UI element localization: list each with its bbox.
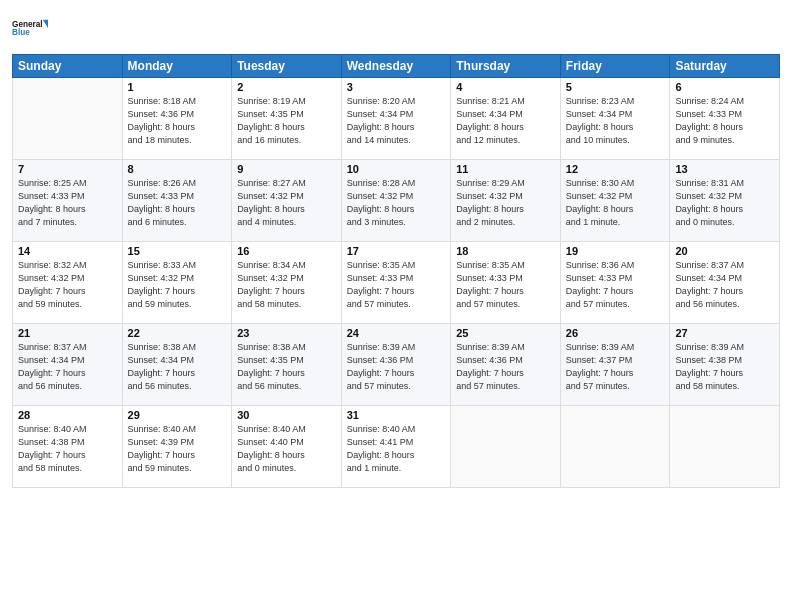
weekday-header-monday: Monday xyxy=(122,55,232,78)
day-info: Sunrise: 8:32 AM Sunset: 4:32 PM Dayligh… xyxy=(18,259,117,311)
day-info: Sunrise: 8:33 AM Sunset: 4:32 PM Dayligh… xyxy=(128,259,227,311)
day-cell: 20Sunrise: 8:37 AM Sunset: 4:34 PM Dayli… xyxy=(670,242,780,324)
day-cell: 16Sunrise: 8:34 AM Sunset: 4:32 PM Dayli… xyxy=(232,242,342,324)
day-info: Sunrise: 8:27 AM Sunset: 4:32 PM Dayligh… xyxy=(237,177,336,229)
day-info: Sunrise: 8:35 AM Sunset: 4:33 PM Dayligh… xyxy=(347,259,446,311)
day-number: 24 xyxy=(347,327,446,339)
day-number: 25 xyxy=(456,327,555,339)
day-cell: 18Sunrise: 8:35 AM Sunset: 4:33 PM Dayli… xyxy=(451,242,561,324)
day-number: 5 xyxy=(566,81,665,93)
day-number: 12 xyxy=(566,163,665,175)
day-cell: 12Sunrise: 8:30 AM Sunset: 4:32 PM Dayli… xyxy=(560,160,670,242)
day-cell: 2Sunrise: 8:19 AM Sunset: 4:35 PM Daylig… xyxy=(232,78,342,160)
weekday-header-wednesday: Wednesday xyxy=(341,55,451,78)
day-number: 9 xyxy=(237,163,336,175)
day-number: 2 xyxy=(237,81,336,93)
week-row-4: 21Sunrise: 8:37 AM Sunset: 4:34 PM Dayli… xyxy=(13,324,780,406)
day-info: Sunrise: 8:40 AM Sunset: 4:41 PM Dayligh… xyxy=(347,423,446,475)
day-info: Sunrise: 8:20 AM Sunset: 4:34 PM Dayligh… xyxy=(347,95,446,147)
day-info: Sunrise: 8:39 AM Sunset: 4:38 PM Dayligh… xyxy=(675,341,774,393)
day-number: 7 xyxy=(18,163,117,175)
day-cell: 26Sunrise: 8:39 AM Sunset: 4:37 PM Dayli… xyxy=(560,324,670,406)
day-info: Sunrise: 8:38 AM Sunset: 4:34 PM Dayligh… xyxy=(128,341,227,393)
day-info: Sunrise: 8:25 AM Sunset: 4:33 PM Dayligh… xyxy=(18,177,117,229)
day-cell: 9Sunrise: 8:27 AM Sunset: 4:32 PM Daylig… xyxy=(232,160,342,242)
day-cell: 6Sunrise: 8:24 AM Sunset: 4:33 PM Daylig… xyxy=(670,78,780,160)
week-row-5: 28Sunrise: 8:40 AM Sunset: 4:38 PM Dayli… xyxy=(13,406,780,488)
day-number: 20 xyxy=(675,245,774,257)
day-cell: 14Sunrise: 8:32 AM Sunset: 4:32 PM Dayli… xyxy=(13,242,123,324)
day-number: 27 xyxy=(675,327,774,339)
svg-marker-2 xyxy=(43,20,48,28)
day-info: Sunrise: 8:23 AM Sunset: 4:34 PM Dayligh… xyxy=(566,95,665,147)
day-cell xyxy=(451,406,561,488)
day-number: 11 xyxy=(456,163,555,175)
day-info: Sunrise: 8:36 AM Sunset: 4:33 PM Dayligh… xyxy=(566,259,665,311)
day-number: 19 xyxy=(566,245,665,257)
day-info: Sunrise: 8:28 AM Sunset: 4:32 PM Dayligh… xyxy=(347,177,446,229)
logo: General Blue xyxy=(12,10,48,46)
day-info: Sunrise: 8:37 AM Sunset: 4:34 PM Dayligh… xyxy=(18,341,117,393)
logo-svg: General Blue xyxy=(12,10,48,46)
day-number: 29 xyxy=(128,409,227,421)
weekday-header-friday: Friday xyxy=(560,55,670,78)
day-info: Sunrise: 8:39 AM Sunset: 4:37 PM Dayligh… xyxy=(566,341,665,393)
svg-text:Blue: Blue xyxy=(12,28,30,37)
day-cell: 25Sunrise: 8:39 AM Sunset: 4:36 PM Dayli… xyxy=(451,324,561,406)
day-info: Sunrise: 8:18 AM Sunset: 4:36 PM Dayligh… xyxy=(128,95,227,147)
day-number: 30 xyxy=(237,409,336,421)
day-info: Sunrise: 8:30 AM Sunset: 4:32 PM Dayligh… xyxy=(566,177,665,229)
day-cell: 28Sunrise: 8:40 AM Sunset: 4:38 PM Dayli… xyxy=(13,406,123,488)
day-cell: 22Sunrise: 8:38 AM Sunset: 4:34 PM Dayli… xyxy=(122,324,232,406)
day-cell: 7Sunrise: 8:25 AM Sunset: 4:33 PM Daylig… xyxy=(13,160,123,242)
day-number: 28 xyxy=(18,409,117,421)
day-info: Sunrise: 8:38 AM Sunset: 4:35 PM Dayligh… xyxy=(237,341,336,393)
calendar-table: SundayMondayTuesdayWednesdayThursdayFrid… xyxy=(12,54,780,488)
day-info: Sunrise: 8:40 AM Sunset: 4:40 PM Dayligh… xyxy=(237,423,336,475)
week-row-1: 1Sunrise: 8:18 AM Sunset: 4:36 PM Daylig… xyxy=(13,78,780,160)
week-row-2: 7Sunrise: 8:25 AM Sunset: 4:33 PM Daylig… xyxy=(13,160,780,242)
day-number: 22 xyxy=(128,327,227,339)
day-cell: 21Sunrise: 8:37 AM Sunset: 4:34 PM Dayli… xyxy=(13,324,123,406)
day-cell: 17Sunrise: 8:35 AM Sunset: 4:33 PM Dayli… xyxy=(341,242,451,324)
day-cell: 11Sunrise: 8:29 AM Sunset: 4:32 PM Dayli… xyxy=(451,160,561,242)
day-info: Sunrise: 8:29 AM Sunset: 4:32 PM Dayligh… xyxy=(456,177,555,229)
day-number: 8 xyxy=(128,163,227,175)
day-number: 18 xyxy=(456,245,555,257)
day-info: Sunrise: 8:19 AM Sunset: 4:35 PM Dayligh… xyxy=(237,95,336,147)
day-cell: 10Sunrise: 8:28 AM Sunset: 4:32 PM Dayli… xyxy=(341,160,451,242)
day-cell: 1Sunrise: 8:18 AM Sunset: 4:36 PM Daylig… xyxy=(122,78,232,160)
day-info: Sunrise: 8:40 AM Sunset: 4:39 PM Dayligh… xyxy=(128,423,227,475)
weekday-header-thursday: Thursday xyxy=(451,55,561,78)
day-cell: 31Sunrise: 8:40 AM Sunset: 4:41 PM Dayli… xyxy=(341,406,451,488)
week-row-3: 14Sunrise: 8:32 AM Sunset: 4:32 PM Dayli… xyxy=(13,242,780,324)
day-number: 15 xyxy=(128,245,227,257)
day-info: Sunrise: 8:39 AM Sunset: 4:36 PM Dayligh… xyxy=(456,341,555,393)
day-number: 14 xyxy=(18,245,117,257)
day-number: 21 xyxy=(18,327,117,339)
svg-text:General: General xyxy=(12,20,43,29)
day-number: 31 xyxy=(347,409,446,421)
day-info: Sunrise: 8:35 AM Sunset: 4:33 PM Dayligh… xyxy=(456,259,555,311)
day-number: 1 xyxy=(128,81,227,93)
calendar-page: General Blue SundayMondayTuesdayWednesda… xyxy=(0,0,792,612)
day-number: 13 xyxy=(675,163,774,175)
day-cell xyxy=(13,78,123,160)
day-info: Sunrise: 8:24 AM Sunset: 4:33 PM Dayligh… xyxy=(675,95,774,147)
day-number: 26 xyxy=(566,327,665,339)
day-cell: 8Sunrise: 8:26 AM Sunset: 4:33 PM Daylig… xyxy=(122,160,232,242)
day-cell: 30Sunrise: 8:40 AM Sunset: 4:40 PM Dayli… xyxy=(232,406,342,488)
weekday-header-saturday: Saturday xyxy=(670,55,780,78)
day-cell: 27Sunrise: 8:39 AM Sunset: 4:38 PM Dayli… xyxy=(670,324,780,406)
day-cell xyxy=(560,406,670,488)
day-number: 16 xyxy=(237,245,336,257)
header: General Blue xyxy=(12,10,780,46)
weekday-header-sunday: Sunday xyxy=(13,55,123,78)
day-cell: 23Sunrise: 8:38 AM Sunset: 4:35 PM Dayli… xyxy=(232,324,342,406)
day-cell xyxy=(670,406,780,488)
day-number: 23 xyxy=(237,327,336,339)
day-info: Sunrise: 8:31 AM Sunset: 4:32 PM Dayligh… xyxy=(675,177,774,229)
weekday-header-tuesday: Tuesday xyxy=(232,55,342,78)
day-cell: 13Sunrise: 8:31 AM Sunset: 4:32 PM Dayli… xyxy=(670,160,780,242)
day-cell: 15Sunrise: 8:33 AM Sunset: 4:32 PM Dayli… xyxy=(122,242,232,324)
